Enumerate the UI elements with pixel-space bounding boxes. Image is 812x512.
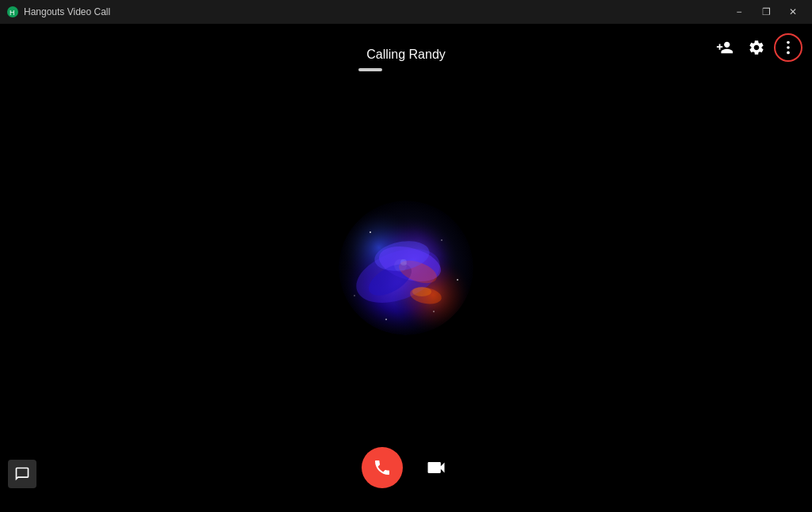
title-bar-controls: − ❐ ✕ bbox=[726, 0, 806, 24]
main-content: Calling Randy bbox=[0, 24, 812, 512]
hangouts-icon: H bbox=[6, 6, 19, 18]
top-toolbar bbox=[710, 24, 812, 62]
settings-button[interactable] bbox=[742, 33, 771, 62]
more-options-button[interactable] bbox=[774, 33, 802, 62]
toggle-video-button[interactable] bbox=[422, 453, 450, 482]
svg-point-23 bbox=[433, 311, 435, 312]
close-button[interactable]: ✕ bbox=[780, 0, 806, 24]
contact-avatar bbox=[339, 201, 473, 335]
svg-point-18 bbox=[370, 231, 371, 233]
end-call-button[interactable] bbox=[362, 447, 403, 488]
svg-point-4 bbox=[787, 52, 790, 55]
loading-indicator bbox=[358, 68, 382, 71]
svg-point-20 bbox=[457, 279, 458, 281]
svg-point-22 bbox=[385, 319, 387, 320]
svg-text:H: H bbox=[10, 9, 15, 17]
svg-point-3 bbox=[787, 46, 790, 49]
window-title: Hangouts Video Call bbox=[24, 6, 110, 17]
maximize-button[interactable]: ❐ bbox=[753, 0, 779, 24]
title-bar-left: H Hangouts Video Call bbox=[6, 6, 110, 18]
calling-status: Calling Randy bbox=[366, 48, 446, 62]
svg-point-21 bbox=[354, 295, 355, 296]
chat-button[interactable] bbox=[8, 460, 36, 488]
svg-point-2 bbox=[787, 41, 790, 44]
title-bar: H Hangouts Video Call − ❐ ✕ bbox=[0, 0, 812, 24]
call-controls bbox=[362, 447, 450, 488]
svg-point-19 bbox=[441, 239, 442, 241]
add-person-button[interactable] bbox=[710, 33, 739, 62]
minimize-button[interactable]: − bbox=[726, 0, 752, 24]
svg-point-25 bbox=[412, 287, 431, 296]
svg-point-17 bbox=[400, 259, 407, 266]
